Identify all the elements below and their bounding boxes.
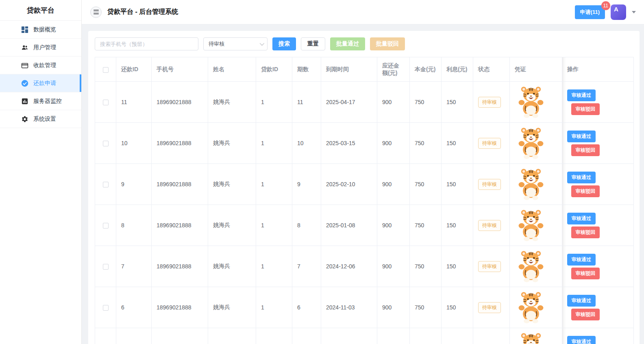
cell-amount: 900	[377, 82, 410, 123]
approve-button[interactable]: 审核通过	[567, 254, 596, 266]
select-all-checkbox[interactable]	[103, 67, 109, 73]
cell-status: 待审核	[473, 82, 510, 123]
cell-voucher	[510, 287, 562, 328]
approve-button[interactable]: 审核通过	[567, 172, 596, 183]
row-checkbox[interactable]	[103, 223, 109, 229]
row-select-cell	[95, 82, 116, 123]
cell-voucher	[510, 205, 562, 246]
cell-phone: 18969021888	[152, 287, 208, 328]
cell-voucher	[510, 164, 562, 205]
cell-due-date: 2024-11-03	[321, 287, 377, 328]
column-header: 到期时间	[321, 57, 377, 82]
cell-phone	[152, 328, 208, 344]
cell-phone: 18969021888	[152, 123, 208, 164]
reject-button[interactable]: 审核驳回	[571, 226, 600, 238]
hamburger-menu-icon[interactable]	[90, 7, 102, 18]
voucher-tiger-image[interactable]	[515, 249, 547, 283]
cell-name: 姚海兵	[208, 82, 256, 123]
check-circle-icon	[21, 80, 28, 87]
reject-button[interactable]: 审核驳回	[571, 185, 600, 197]
repayment-table: 还款ID手机号姓名贷款ID期数到期时间应还金额(元)本金(元)利息(元)状态凭证…	[95, 57, 633, 344]
cell-due-date: 2025-04-17	[321, 82, 377, 123]
sidebar-item-system-settings[interactable]: 系统设置	[0, 110, 81, 128]
sidebar-item-user-management[interactable]: 用户管理	[0, 39, 81, 57]
sidebar-item-label: 数据概览	[33, 26, 56, 33]
cell-amount: 900	[377, 205, 410, 246]
approve-button[interactable]: 审核通过	[567, 295, 596, 307]
sidebar-item-repayment-application[interactable]: 还款申请	[0, 74, 81, 92]
cell-loan-id: 1	[256, 246, 292, 287]
cell-period: 6	[292, 287, 321, 328]
gear-icon	[21, 115, 28, 123]
cell-name	[208, 328, 256, 344]
voucher-tiger-image[interactable]	[515, 85, 547, 119]
row-checkbox[interactable]	[103, 141, 109, 146]
sidebar-item-data-overview[interactable]: 数据概览	[0, 21, 81, 39]
cell-due-date: 2025-02-10	[321, 164, 377, 205]
cell-voucher	[510, 82, 562, 123]
cell-principal: 750	[410, 164, 442, 205]
cell-period: 7	[292, 246, 321, 287]
avatar[interactable]: A	[611, 4, 626, 20]
cell-principal: 750	[410, 82, 442, 123]
approve-button[interactable]: 审核通过	[567, 131, 596, 142]
cell-principal: 750	[410, 123, 442, 164]
row-select-cell	[95, 123, 116, 164]
cell-status	[473, 328, 510, 344]
cell-status: 待审核	[473, 246, 510, 287]
status-filter-select[interactable]: 待审核	[203, 37, 268, 50]
cell-loan-id: 1	[256, 123, 292, 164]
column-header: 手机号	[152, 57, 208, 82]
filter-toolbar: 待审核 搜索 重置 批量通过 批量驳回	[95, 37, 633, 50]
cell-status: 待审核	[473, 205, 510, 246]
cell-loan-id: 1	[256, 164, 292, 205]
sidebar-item-collection-management[interactable]: 收款管理	[0, 57, 81, 74]
cell-actions: 审核通过 审核驳回	[562, 123, 634, 164]
column-header: 贷款ID	[256, 57, 292, 82]
search-input[interactable]	[95, 37, 198, 50]
cell-principal: 750	[410, 287, 442, 328]
column-header: 期数	[292, 57, 321, 82]
search-button[interactable]: 搜索	[272, 37, 296, 50]
row-checkbox[interactable]	[103, 264, 109, 270]
cell-due-date: 2025-03-15	[321, 123, 377, 164]
voucher-tiger-image[interactable]	[515, 208, 547, 242]
row-checkbox[interactable]	[103, 100, 109, 105]
sidebar-item-server-monitoring[interactable]: 服务器监控	[0, 92, 81, 110]
reject-button[interactable]: 审核驳回	[571, 103, 600, 115]
row-select-cell	[95, 246, 116, 287]
batch-reject-button[interactable]: 批量驳回	[370, 37, 405, 50]
reject-button[interactable]: 审核驳回	[571, 268, 600, 279]
voucher-tiger-image[interactable]	[515, 167, 547, 201]
cell-name: 姚海兵	[208, 246, 256, 287]
row-checkbox[interactable]	[103, 305, 109, 311]
cell-principal: 750	[410, 246, 442, 287]
approve-button[interactable]: 审核通过	[567, 213, 596, 224]
voucher-tiger-image[interactable]	[515, 331, 547, 344]
reject-button[interactable]: 审核驳回	[571, 144, 600, 156]
table-row: 8 18969021888 姚海兵 1 8 2025-01-08 900 750…	[95, 205, 634, 246]
batch-approve-button[interactable]: 批量通过	[330, 37, 365, 50]
table-header-row: 还款ID手机号姓名贷款ID期数到期时间应还金额(元)本金(元)利息(元)状态凭证…	[95, 57, 634, 82]
row-select-cell	[95, 328, 116, 344]
cell-repay-id	[116, 328, 152, 344]
approve-button[interactable]: 审核通过	[567, 89, 596, 101]
status-badge: 待审核	[478, 261, 501, 272]
cell-phone: 18969021888	[152, 82, 208, 123]
cell-loan-id: 1	[256, 82, 292, 123]
cell-principal: 750	[410, 205, 442, 246]
approve-button[interactable]: 审核通过	[567, 336, 596, 344]
row-checkbox[interactable]	[103, 182, 109, 187]
cell-repay-id: 6	[116, 287, 152, 328]
table-row: 9 18969021888 姚海兵 1 9 2025-02-10 900 750…	[95, 164, 634, 205]
column-header: 姓名	[208, 57, 256, 82]
chevron-down-icon[interactable]	[632, 11, 636, 13]
voucher-tiger-image[interactable]	[515, 290, 547, 324]
cell-due-date	[321, 328, 377, 344]
reject-button[interactable]: 审核驳回	[571, 309, 600, 320]
cell-amount	[377, 328, 410, 344]
apply-button[interactable]: 申请(11)	[575, 5, 605, 19]
voucher-tiger-image[interactable]	[515, 126, 547, 160]
reset-button[interactable]: 重置	[301, 37, 325, 50]
cell-phone: 18969021888	[152, 164, 208, 205]
